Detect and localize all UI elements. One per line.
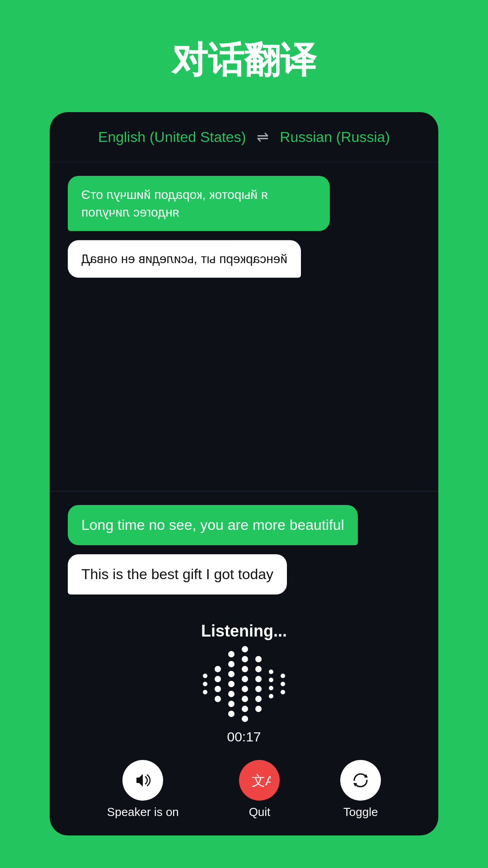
dot (269, 686, 273, 690)
dot (215, 696, 221, 702)
bottom-controls: Speaker is on 文A Quit Toggle (50, 749, 438, 835)
listening-section: Listening... (50, 608, 438, 749)
quit-control[interactable]: 文A Quit (239, 760, 280, 819)
speaker-control[interactable]: Speaker is on (107, 760, 179, 819)
svg-text:文A: 文A (252, 773, 271, 788)
toggle-label: Toggle (343, 805, 378, 819)
dot (269, 694, 273, 698)
dot (269, 678, 273, 682)
dot (281, 674, 285, 678)
wave-col-7 (281, 674, 285, 694)
wave-col-6 (269, 670, 273, 698)
dot (255, 666, 262, 672)
dot (242, 656, 248, 662)
flipped-white-bubble: Давно не виделись, ты прекрасней (68, 240, 301, 278)
speaker-icon (133, 770, 153, 790)
wave-col-1 (203, 674, 207, 694)
dot (228, 691, 235, 697)
waveform (203, 648, 285, 720)
chat-area-top: Давно не виделись, ты прекрасней Это луч… (50, 162, 438, 491)
dot (215, 676, 221, 682)
refresh-icon (351, 770, 371, 790)
dot (242, 666, 248, 672)
dot (281, 682, 285, 686)
wave-col-5 (255, 656, 262, 712)
wave-col-2 (215, 666, 221, 702)
quit-button[interactable]: 文A (239, 760, 280, 801)
quit-label: Quit (249, 805, 271, 819)
language-header: English (United States) ⇌ Russian (Russi… (50, 112, 438, 162)
dot (242, 716, 248, 722)
wave-col-4 (242, 646, 248, 722)
dot (242, 696, 248, 702)
app-title: 对话翻译 (172, 36, 316, 85)
toggle-control[interactable]: Toggle (340, 760, 381, 819)
dot (203, 682, 207, 686)
dot (242, 706, 248, 712)
lang-left[interactable]: English (United States) (98, 129, 246, 146)
dot (215, 686, 221, 692)
dot (255, 676, 262, 682)
main-card: English (United States) ⇌ Russian (Russi… (50, 112, 438, 835)
dot (242, 646, 248, 652)
bottom-white-bubble: This is the best gift I got today (68, 554, 287, 594)
dot (269, 670, 273, 674)
dot (255, 656, 262, 662)
wave-col-3 (228, 651, 235, 717)
dot (215, 666, 221, 672)
speaker-button[interactable] (122, 760, 163, 801)
toggle-button[interactable] (340, 760, 381, 801)
dot (228, 711, 235, 717)
dot (228, 701, 235, 707)
swap-icon[interactable]: ⇌ (257, 128, 269, 146)
timer-display: 00:17 (227, 729, 261, 745)
lang-right[interactable]: Russian (Russia) (280, 129, 390, 146)
dot (203, 674, 207, 678)
dot (255, 696, 262, 702)
bottom-green-bubble: Long time no see, you are more beautiful (68, 505, 358, 545)
listening-label: Listening... (201, 622, 287, 641)
dot (228, 671, 235, 677)
translate-icon: 文A (248, 769, 271, 792)
speaker-label: Speaker is on (107, 805, 179, 819)
dot (228, 661, 235, 667)
chat-area-bottom: Long time no see, you are more beautiful… (50, 491, 438, 608)
dot (228, 651, 235, 657)
dot (255, 686, 262, 692)
flipped-green-bubble: Это лучший подарок, который я получил се… (68, 176, 330, 231)
dot (281, 690, 285, 694)
dot (228, 681, 235, 687)
dot (255, 706, 262, 712)
dot (203, 690, 207, 694)
dot (242, 676, 248, 682)
dot (242, 686, 248, 692)
